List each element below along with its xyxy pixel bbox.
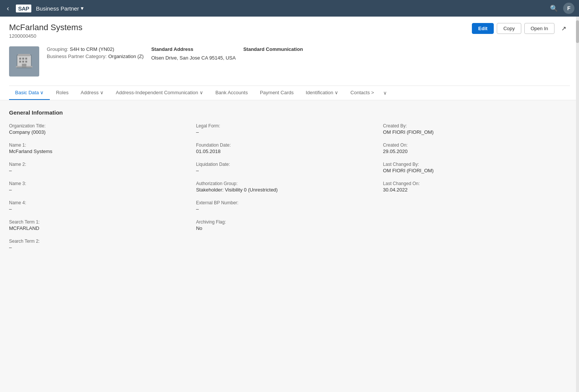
category-value: Organization (Z)	[108, 54, 144, 59]
tab-roles[interactable]: Roles	[50, 86, 74, 100]
tabs: Basic Data ∨ Roles Address ∨ Address-Ind…	[9, 86, 570, 100]
field-item: Name 2:–	[9, 162, 196, 173]
field-item: Foundation Date:01.05.2018	[196, 142, 383, 154]
tab-payment-cards[interactable]: Payment Cards	[254, 86, 300, 100]
field-item: Name 4:–	[9, 200, 196, 212]
page-subtitle: 1200000450	[9, 33, 82, 39]
field-label: Last Changed By:	[383, 162, 570, 167]
section-title: General Information	[9, 109, 570, 116]
scrollbar-thumb[interactable]	[576, 20, 579, 43]
page-header-top: McFarland Systems 1200000450 Edit Copy O…	[9, 23, 570, 39]
bp-avatar	[9, 46, 39, 77]
field-value: 29.05.2020	[383, 149, 570, 154]
field-label: Archiving Flag:	[196, 219, 383, 225]
tab-more-icon[interactable]: ∨	[380, 86, 390, 100]
field-value: 01.05.2018	[196, 149, 383, 154]
field-value: –	[9, 245, 196, 250]
field-label: Liquidation Date:	[196, 162, 383, 167]
category-group: Business Partner Category: Organization …	[47, 54, 144, 59]
field-col-3: Created By:OM FIORI (FIORI_OM)Created On…	[383, 123, 570, 250]
content-area: General Information Organization Title:C…	[0, 100, 579, 326]
field-label: Created By:	[383, 123, 570, 129]
scrollbar[interactable]	[576, 17, 579, 326]
bp-info: Grouping: S4H to CRM (YN02) Business Par…	[9, 40, 570, 83]
copy-button[interactable]: Copy	[497, 23, 521, 34]
field-item: Liquidation Date:–	[196, 162, 383, 173]
field-item: Legal Form:–	[196, 123, 383, 135]
field-value: –	[9, 187, 196, 193]
field-label: Organization Title:	[9, 123, 196, 129]
field-label: Name 3:	[9, 181, 196, 186]
field-item: Name 1:McFarland Systems	[9, 142, 196, 154]
field-label: Authorization Group:	[196, 181, 383, 186]
grouping-value: S4H to CRM (YN02)	[70, 46, 114, 52]
field-col-1: Organization Title:Company (0003)Name 1:…	[9, 123, 196, 250]
field-label: Last Changed On:	[383, 181, 570, 186]
topbar-right: 🔍 F	[550, 3, 574, 14]
field-label: Name 1:	[9, 142, 196, 148]
user-avatar[interactable]: F	[563, 3, 574, 14]
field-label: Legal Form:	[196, 123, 383, 129]
field-item: Authorization Group:Stakeholder: Visibil…	[196, 181, 383, 193]
sap-logo: SAP	[16, 5, 31, 12]
standard-comm-col: Standard Communication	[243, 46, 319, 55]
grouping-label: Grouping:	[47, 46, 68, 52]
app-title[interactable]: Business Partner ▾	[36, 5, 83, 12]
svg-rect-7	[19, 61, 21, 63]
topbar: ‹ SAP Business Partner ▾ 🔍 F	[0, 0, 579, 17]
tab-address-independent-communication[interactable]: Address-Independent Communication ∨	[110, 86, 209, 100]
svg-rect-10	[22, 64, 26, 67]
field-label: Foundation Date:	[196, 142, 383, 148]
field-item: Search Term 1:MCFARLAND	[9, 219, 196, 231]
field-label: Search Term 2:	[9, 239, 196, 244]
field-item: Last Changed On:30.04.2022	[383, 181, 570, 193]
open-in-button[interactable]: Open In	[524, 23, 554, 34]
standard-address-title: Standard Address	[151, 46, 236, 52]
field-value: –	[196, 168, 383, 173]
external-link-icon[interactable]: ↗	[557, 23, 570, 34]
field-item: External BP Number:–	[196, 200, 383, 212]
app-title-text: Business Partner	[36, 5, 79, 12]
svg-rect-5	[22, 58, 24, 60]
fields-grid: Organization Title:Company (0003)Name 1:…	[9, 123, 570, 250]
field-label: Name 4:	[9, 200, 196, 205]
field-label: Search Term 1:	[9, 219, 196, 225]
field-value: –	[196, 129, 383, 135]
svg-rect-6	[25, 58, 27, 60]
svg-rect-8	[22, 61, 24, 63]
back-button[interactable]: ‹	[5, 3, 11, 14]
tab-basic-data[interactable]: Basic Data ∨	[9, 86, 50, 100]
field-value: –	[9, 206, 196, 212]
svg-rect-2	[18, 54, 30, 56]
bp-grouping-col: Grouping: S4H to CRM (YN02) Business Par…	[47, 46, 144, 61]
page-header: McFarland Systems 1200000450 Edit Copy O…	[0, 17, 579, 100]
field-value: 30.04.2022	[383, 187, 570, 193]
field-label: Name 2:	[9, 162, 196, 167]
field-value: MCFARLAND	[9, 225, 196, 231]
field-item: Archiving Flag:No	[196, 219, 383, 231]
tab-address[interactable]: Address ∨	[75, 86, 110, 100]
header-actions: Edit Copy Open In ↗	[472, 23, 570, 34]
field-value: Company (0003)	[9, 129, 196, 135]
field-item: Created By:OM FIORI (FIORI_OM)	[383, 123, 570, 135]
topbar-left: ‹ SAP Business Partner ▾	[5, 3, 84, 14]
edit-button[interactable]: Edit	[472, 23, 494, 34]
svg-rect-4	[19, 58, 21, 60]
field-item: Name 3:–	[9, 181, 196, 193]
field-label: Created On:	[383, 142, 570, 148]
field-item: Created On:29.05.2020	[383, 142, 570, 154]
svg-rect-9	[25, 61, 27, 63]
field-value: OM FIORI (FIORI_OM)	[383, 129, 570, 135]
field-item: Search Term 2:–	[9, 239, 196, 250]
tab-identification[interactable]: Identification ∨	[300, 86, 345, 100]
field-value: –	[196, 206, 383, 212]
page-title: McFarland Systems	[9, 23, 82, 32]
tab-bank-accounts[interactable]: Bank Accounts	[209, 86, 254, 100]
field-value: OM FIORI (FIORI_OM)	[383, 168, 570, 173]
standard-address-value: Olsen Drive, San Jose CA 95145, USA	[151, 55, 236, 61]
grouping-group: Grouping: S4H to CRM (YN02)	[47, 46, 144, 52]
search-icon[interactable]: 🔍	[550, 5, 558, 12]
standard-address-col: Standard Address Olsen Drive, San Jose C…	[151, 46, 236, 61]
category-label: Business Partner Category:	[47, 54, 107, 59]
tab-contacts[interactable]: Contacts >	[344, 86, 380, 100]
